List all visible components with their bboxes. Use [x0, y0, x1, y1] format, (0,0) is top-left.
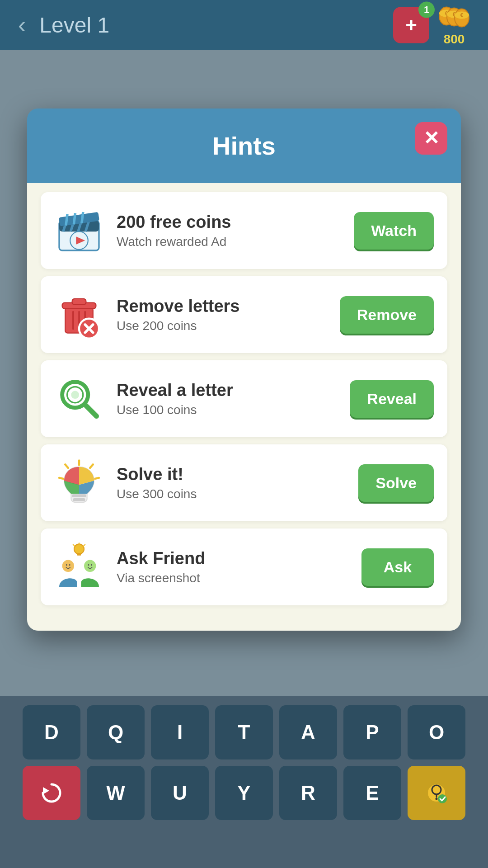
- app-header: ‹ Level 1 + 1 € € € 800: [0, 0, 488, 50]
- hint-text-solve: Solve it! Use 300 coins: [117, 464, 346, 501]
- hint-name-watch: 200 free coins: [117, 212, 341, 233]
- svg-text:€: €: [460, 12, 464, 19]
- coins-display: € € € 800: [438, 4, 470, 47]
- hint-desc-reveal: Use 100 coins: [117, 403, 337, 417]
- hint-row-watch: 200 free coins Watch rewarded Ad Watch: [41, 192, 447, 269]
- key-E[interactable]: E: [343, 766, 401, 820]
- hint-text-reveal: Reveal a letter Use 100 coins: [117, 380, 337, 417]
- hint-icon-watch: [54, 206, 104, 255]
- coins-icon: € € €: [438, 4, 470, 32]
- hint-name-solve: Solve it!: [117, 464, 346, 485]
- ask-button[interactable]: Ask: [361, 548, 434, 586]
- hint-icon-solve: [54, 458, 104, 508]
- hint-desc-remove: Use 200 coins: [117, 319, 327, 333]
- hint-desc-watch: Watch rewarded Ad: [117, 235, 341, 249]
- hint-row-reveal: Reveal a letter Use 100 coins Reveal: [41, 360, 447, 437]
- svg-line-38: [59, 478, 64, 479]
- key-Q[interactable]: Q: [87, 705, 145, 760]
- level-title: Level 1: [39, 13, 109, 38]
- hint-icon-ask: [54, 542, 104, 592]
- back-button[interactable]: ‹: [18, 11, 26, 38]
- key-O[interactable]: O: [408, 705, 465, 760]
- modal-body: 200 free coins Watch rewarded Ad Watch: [27, 183, 461, 631]
- svg-line-37: [94, 478, 99, 479]
- key-U[interactable]: U: [151, 766, 209, 820]
- svg-rect-39: [72, 494, 86, 497]
- hint-text-watch: 200 free coins Watch rewarded Ad: [117, 212, 341, 249]
- svg-line-36: [65, 464, 68, 468]
- hint-icon-remove: [54, 290, 104, 340]
- svg-point-49: [66, 564, 67, 566]
- add-button[interactable]: + 1: [393, 7, 429, 43]
- key-T[interactable]: T: [215, 705, 273, 760]
- hint-desc-solve: Use 300 coins: [117, 487, 346, 501]
- key-I[interactable]: I: [151, 705, 209, 760]
- svg-line-45: [73, 545, 75, 546]
- svg-point-51: [85, 561, 95, 571]
- key-W[interactable]: W: [87, 766, 145, 820]
- svg-line-44: [84, 545, 85, 546]
- background-area: Hints ✕: [0, 50, 488, 868]
- header-actions: + 1 € € € 800: [393, 4, 470, 47]
- svg-line-35: [90, 464, 93, 468]
- hint-name-reveal: Reveal a letter: [117, 380, 337, 401]
- watch-button[interactable]: Watch: [354, 212, 434, 250]
- plus-icon: +: [405, 15, 417, 35]
- svg-point-58: [435, 797, 437, 800]
- remove-button[interactable]: Remove: [340, 296, 434, 334]
- svg-rect-42: [77, 553, 81, 556]
- key-P[interactable]: P: [343, 705, 401, 760]
- svg-rect-40: [73, 498, 85, 501]
- svg-point-59: [438, 794, 447, 803]
- key-D[interactable]: D: [23, 705, 80, 760]
- keyboard-row-2: W U Y R E: [9, 766, 479, 820]
- svg-point-48: [63, 561, 73, 571]
- svg-point-50: [69, 564, 70, 566]
- hint-text-remove: Remove letters Use 200 coins: [117, 296, 327, 333]
- modal-header: Hints ✕: [27, 108, 461, 183]
- svg-rect-23: [72, 299, 86, 305]
- reveal-button[interactable]: Reveal: [350, 380, 434, 418]
- hint-row-solve: Solve it! Use 300 coins Solve: [41, 444, 447, 521]
- close-icon: ✕: [423, 129, 439, 148]
- modal-title: Hints: [45, 131, 443, 160]
- hint-row-ask: Ask Friend Via screenshot Ask: [41, 528, 447, 605]
- hint-text-ask: Ask Friend Via screenshot: [117, 548, 349, 585]
- keyboard-area: D Q I T A P O W U Y R E: [0, 696, 488, 868]
- solve-button[interactable]: Solve: [358, 464, 434, 502]
- hint-name-remove: Remove letters: [117, 296, 327, 317]
- badge-count: 1: [418, 1, 435, 18]
- svg-line-32: [85, 405, 96, 416]
- svg-marker-54: [43, 787, 49, 794]
- hint-row-remove: Remove letters Use 200 coins Remove: [41, 276, 447, 353]
- hint-name-ask: Ask Friend: [117, 548, 349, 569]
- hint-key-button[interactable]: [408, 766, 465, 820]
- reset-button[interactable]: [23, 766, 80, 820]
- key-Y[interactable]: Y: [215, 766, 273, 820]
- key-R[interactable]: R: [279, 766, 337, 820]
- close-button[interactable]: ✕: [415, 122, 447, 155]
- hint-desc-ask: Via screenshot: [117, 571, 349, 585]
- keyboard-row-1: D Q I T A P O: [9, 705, 479, 760]
- svg-point-33: [71, 391, 79, 399]
- svg-point-41: [74, 544, 84, 554]
- hints-modal: Hints ✕: [27, 108, 461, 631]
- svg-point-52: [88, 564, 89, 566]
- svg-point-53: [91, 564, 92, 566]
- coins-count: 800: [444, 32, 465, 47]
- key-A[interactable]: A: [279, 705, 337, 760]
- hint-icon-reveal: [54, 374, 104, 424]
